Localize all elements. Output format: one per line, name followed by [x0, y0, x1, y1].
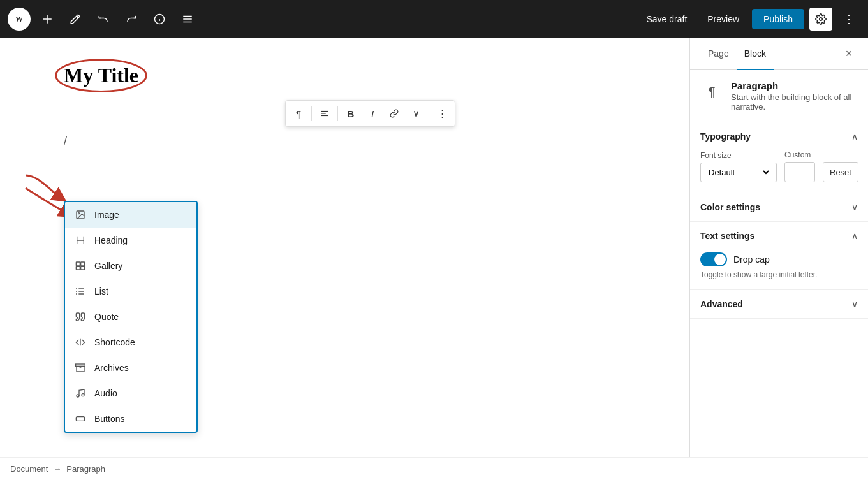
block-item-quote-label: Quote	[94, 312, 119, 322]
svg-rect-28	[76, 364, 85, 366]
paragraph-type-button[interactable]: ¶	[288, 103, 309, 124]
toolbar-divider-3	[429, 106, 429, 121]
heading-icon	[74, 234, 87, 247]
color-settings-section: Color settings ∨	[690, 193, 868, 222]
link-button[interactable]	[384, 103, 404, 124]
custom-font-size-input[interactable]	[784, 162, 815, 182]
tab-block[interactable]: Block	[737, 38, 774, 70]
quote-icon	[74, 310, 87, 323]
status-arrow: →	[53, 464, 61, 474]
block-item-shortcode-label: Shortcode	[94, 337, 135, 347]
svg-text:W: W	[15, 15, 23, 24]
toggle-knob	[714, 254, 726, 265]
text-settings-toggle-icon: ∧	[851, 231, 858, 241]
block-item-heading[interactable]: Heading	[65, 228, 196, 253]
block-name: Paragraph	[731, 80, 858, 91]
block-item-shortcode[interactable]: Shortcode	[65, 330, 196, 355]
text-settings-section: Text settings ∧ Drop cap Toggle to show …	[690, 222, 868, 290]
redo-button[interactable]	[120, 8, 143, 31]
svg-point-15	[78, 213, 80, 214]
block-item-gallery[interactable]: Gallery	[65, 253, 196, 279]
custom-label: Custom	[784, 150, 815, 159]
block-item-audio-label: Audio	[94, 388, 117, 398]
font-size-dropdown[interactable]: Default Small Normal Medium Large Huge	[706, 167, 771, 178]
typography-section: Typography ∧ Font size Default Small Nor…	[690, 122, 868, 193]
tab-page[interactable]: Page	[700, 38, 737, 70]
custom-font-size-group: Custom	[784, 150, 815, 182]
status-bar: Document → Paragraph	[0, 457, 868, 480]
undo-button[interactable]	[92, 8, 115, 31]
block-item-list-label: List	[94, 286, 108, 296]
typography-section-body: Font size Default Small Normal Medium La…	[690, 150, 868, 193]
advanced-section: Advanced ∨	[690, 290, 868, 319]
advanced-toggle-icon: ∨	[851, 299, 858, 309]
svg-rect-17	[76, 262, 80, 266]
drop-cap-row: Drop cap	[700, 252, 858, 266]
block-info: ¶ Paragraph Start with the building bloc…	[690, 70, 868, 122]
block-toolbar: ¶ B I ∨ ⋮	[285, 100, 455, 127]
text-settings-header[interactable]: Text settings ∧	[690, 222, 868, 250]
sidebar-close-button[interactable]: ×	[840, 45, 858, 63]
slash-cursor: /	[64, 135, 67, 147]
info-button[interactable]	[148, 8, 171, 31]
font-size-row: Font size Default Small Normal Medium La…	[700, 150, 858, 182]
wp-logo[interactable]: W	[8, 8, 31, 31]
toolbar-divider	[311, 106, 312, 121]
settings-button[interactable]	[809, 8, 832, 31]
preview-button[interactable]: Preview	[700, 10, 747, 28]
publish-button[interactable]: Publish	[752, 9, 804, 29]
typography-title: Typography	[700, 131, 751, 142]
image-icon	[74, 208, 87, 221]
block-item-gallery-label: Gallery	[94, 261, 122, 271]
title-block: My Title	[64, 64, 138, 87]
main-layout: My Title ¶ B I ∨ ⋮ /	[0, 38, 868, 457]
svg-point-10	[820, 18, 823, 21]
block-item-audio[interactable]: Audio	[65, 381, 196, 406]
right-sidebar: Page Block × ¶ Paragraph Start with the …	[689, 38, 868, 457]
audio-icon	[74, 387, 87, 400]
shortcode-icon	[74, 336, 87, 349]
title-text[interactable]: My Title	[64, 64, 138, 87]
toolbar-divider-2	[337, 106, 338, 121]
font-size-select[interactable]: Default Small Normal Medium Large Huge	[700, 163, 777, 182]
add-block-button[interactable]	[36, 8, 59, 31]
bold-button[interactable]: B	[341, 103, 361, 124]
more-rich-button[interactable]: ∨	[406, 103, 426, 124]
list-view-button[interactable]	[176, 8, 199, 31]
svg-rect-20	[81, 266, 85, 270]
align-button[interactable]	[314, 103, 335, 124]
slash-input-area: /	[64, 135, 67, 148]
italic-button[interactable]: I	[362, 103, 383, 124]
gallery-icon	[74, 259, 87, 272]
svg-rect-32	[76, 417, 84, 421]
block-item-quote[interactable]: Quote	[65, 304, 196, 330]
save-draft-button[interactable]: Save draft	[638, 10, 695, 28]
archives-icon	[74, 361, 87, 374]
edit-tool-button[interactable]	[64, 8, 87, 31]
drop-cap-toggle[interactable]	[700, 252, 727, 266]
block-options-button[interactable]: ⋮	[432, 103, 452, 124]
block-item-image-label: Image	[94, 210, 119, 220]
block-info-text: Paragraph Start with the building block …	[731, 80, 858, 112]
drop-cap-label: Drop cap	[733, 254, 770, 265]
top-toolbar: W Save draft Preview Publish ⋮	[0, 0, 868, 38]
font-size-label: Font size	[700, 151, 777, 160]
drop-cap-desc: Toggle to show a large initial letter.	[700, 270, 858, 279]
advanced-section-header[interactable]: Advanced ∨	[690, 290, 868, 318]
block-item-buttons[interactable]: Buttons	[65, 406, 196, 432]
color-settings-header[interactable]: Color settings ∨	[690, 193, 868, 221]
editor-area: My Title ¶ B I ∨ ⋮ /	[0, 38, 689, 457]
typography-section-header[interactable]: Typography ∧	[690, 122, 868, 150]
block-item-heading-label: Heading	[94, 235, 128, 245]
block-item-image[interactable]: Image	[65, 202, 196, 228]
more-options-button[interactable]: ⋮	[837, 8, 860, 31]
block-item-archives-label: Archives	[94, 363, 129, 373]
sidebar-tabs: Page Block ×	[690, 38, 868, 70]
block-item-archives[interactable]: Archives	[65, 355, 196, 381]
paragraph-icon: ¶	[700, 80, 723, 103]
svg-rect-3	[43, 18, 52, 20]
list-icon	[74, 285, 87, 298]
block-item-list[interactable]: List	[65, 279, 196, 304]
reset-button[interactable]: Reset	[823, 162, 858, 182]
svg-rect-19	[76, 266, 80, 270]
